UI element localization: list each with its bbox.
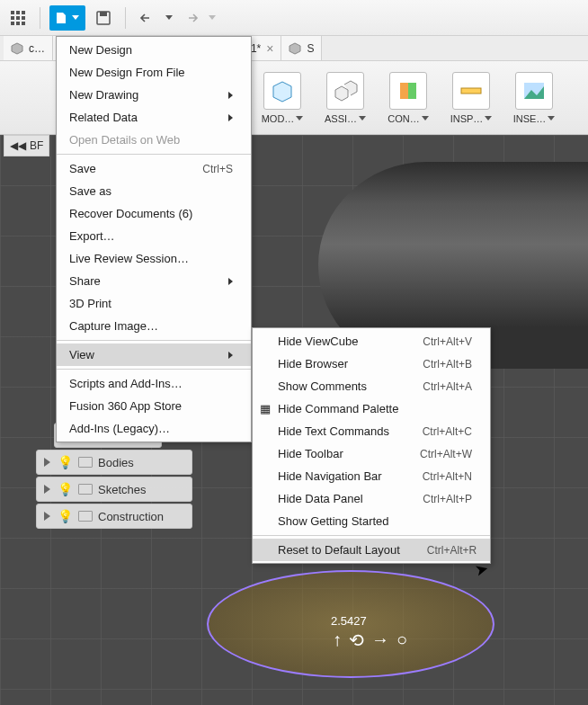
menu-item[interactable]: Share xyxy=(57,270,251,292)
menu-item-label: Export… xyxy=(69,229,115,243)
menu-item[interactable]: View xyxy=(57,344,251,366)
menu-item[interactable]: Hide BrowserCtrl+Alt+B xyxy=(253,352,490,375)
ribbon-label: INSP… xyxy=(450,113,484,124)
caret-down-icon xyxy=(359,116,366,120)
menu-item[interactable]: Related Data xyxy=(57,106,251,129)
menu-item[interactable]: Export… xyxy=(57,225,251,247)
svg-rect-0 xyxy=(11,11,14,14)
menu-item[interactable]: Recover Documents (6) xyxy=(57,202,251,225)
submenu-arrow-icon xyxy=(228,278,233,285)
redo-dropdown-icon[interactable] xyxy=(209,15,216,20)
menu-item-label: New Design From File xyxy=(69,66,185,79)
menu-item[interactable]: Capture Image… xyxy=(57,315,251,337)
redo-button[interactable] xyxy=(178,5,203,31)
ribbon-tool-model[interactable]: MOD… xyxy=(259,72,306,124)
browser-panel-header[interactable]: ◀◀ BF xyxy=(4,135,49,156)
menu-shortcut: Ctrl+Alt+C xyxy=(423,425,472,438)
document-tab[interactable]: S xyxy=(281,36,322,60)
menu-item-label: New Drawing xyxy=(69,88,138,102)
tree-node-construction[interactable]: 💡 Construction xyxy=(36,504,192,529)
menu-item[interactable]: New Design From File xyxy=(57,61,251,84)
lightbulb-icon[interactable]: 💡 xyxy=(58,509,73,523)
menu-shortcut: Ctrl+S xyxy=(202,163,233,175)
folder-icon xyxy=(78,511,93,522)
menu-item[interactable]: SaveCtrl+S xyxy=(57,157,251,180)
check-icon: ▦ xyxy=(258,402,272,415)
menu-item[interactable]: Hide ViewCubeCtrl+Alt+V xyxy=(253,330,490,352)
panel-icon xyxy=(389,72,427,110)
menu-item-label: New Design xyxy=(69,43,132,57)
handle-icon[interactable]: ○ xyxy=(396,629,407,651)
rotate-icon[interactable]: ⟲ xyxy=(349,629,364,651)
svg-rect-6 xyxy=(11,22,14,25)
menu-item[interactable]: Scripts and Add-Ins… xyxy=(57,372,251,395)
apps-grid-button[interactable] xyxy=(5,5,31,31)
collapse-icon[interactable]: ◀◀ xyxy=(10,139,26,152)
menu-item-label: Add-Ins (Legacy)… xyxy=(69,422,170,435)
svg-rect-7 xyxy=(16,22,20,25)
menu-item-label: Save as xyxy=(69,184,111,198)
menu-item[interactable]: Live Review Session… xyxy=(57,247,251,270)
menu-item-label: Hide Browser xyxy=(278,357,348,370)
tree-label: Sketches xyxy=(98,483,146,496)
menu-item[interactable]: Hide Data PanelCtrl+Alt+P xyxy=(253,487,490,510)
menu-item-label: Open Details on Web xyxy=(69,133,180,147)
menu-shortcut: Ctrl+Alt+N xyxy=(423,470,472,483)
ribbon-tool-insert[interactable]: INSE… xyxy=(511,72,557,124)
caret-down-icon xyxy=(485,116,492,120)
menu-item-label: Hide Navigation Bar xyxy=(278,469,382,483)
dimension-label[interactable]: 2.5427 xyxy=(331,614,367,628)
menu-shortcut: Ctrl+Alt+W xyxy=(420,448,472,460)
menu-item[interactable]: Add-Ins (Legacy)… xyxy=(57,417,251,440)
menu-item[interactable]: 3D Print xyxy=(57,292,251,315)
lightbulb-icon[interactable]: 💡 xyxy=(58,455,73,469)
tab-label: S xyxy=(307,42,314,55)
menu-item: Open Details on Web xyxy=(57,129,251,151)
tree-label: Construction xyxy=(98,510,164,523)
expand-icon[interactable] xyxy=(44,485,50,494)
menu-item[interactable]: Hide ToolbarCtrl+Alt+W xyxy=(253,442,490,465)
expand-icon[interactable] xyxy=(44,512,50,521)
menu-item-label: Hide ViewCube xyxy=(278,335,358,348)
menu-item-label: Live Review Session… xyxy=(69,252,189,265)
menu-item[interactable]: Reset to Default LayoutCtrl+Alt+R xyxy=(253,539,490,561)
lightbulb-icon[interactable]: 💡 xyxy=(58,482,73,496)
close-tab-button[interactable]: × xyxy=(266,41,273,56)
menu-item-label: Hide Text Commands xyxy=(278,424,389,438)
undo-button[interactable] xyxy=(135,5,160,31)
folder-icon xyxy=(78,457,93,468)
menu-item-label: Scripts and Add-Ins… xyxy=(69,377,183,390)
menu-item[interactable]: Save as xyxy=(57,180,251,202)
caret-down-icon xyxy=(296,116,303,120)
undo-dropdown-icon[interactable] xyxy=(165,15,173,20)
save-button[interactable] xyxy=(91,5,116,31)
submenu-arrow-icon xyxy=(228,92,233,99)
menu-item[interactable]: New Drawing xyxy=(57,84,251,106)
file-menu-button[interactable] xyxy=(49,5,85,31)
svg-rect-10 xyxy=(100,12,107,16)
ribbon-tool-assemble[interactable]: ASSI… xyxy=(322,72,369,124)
tree-node-bodies[interactable]: 💡 Bodies xyxy=(36,450,192,475)
menu-item[interactable]: Show CommentsCtrl+Alt+A xyxy=(253,375,490,397)
menu-item[interactable]: New Design xyxy=(57,39,251,61)
cube-icon xyxy=(289,42,301,55)
save-icon xyxy=(96,11,111,25)
menu-item-label: Show Getting Started xyxy=(278,514,389,528)
menu-item[interactable]: Show Getting Started xyxy=(253,510,490,532)
ribbon-tool-construct[interactable]: CON… xyxy=(385,72,432,124)
arrow-up-icon[interactable]: ↑ xyxy=(333,629,342,651)
tree-node-sketches[interactable]: 💡 Sketches xyxy=(36,477,192,502)
menu-separator xyxy=(57,340,251,341)
move-manipulator[interactable]: ↑ ⟲ → ○ xyxy=(333,629,407,651)
arrow-right-icon[interactable]: → xyxy=(371,629,389,651)
menu-item[interactable]: ▦Hide Command Palette xyxy=(253,397,490,420)
browser-title: BF xyxy=(30,139,43,152)
document-tab[interactable]: c… xyxy=(4,36,53,60)
menu-item[interactable]: Hide Navigation BarCtrl+Alt+N xyxy=(253,465,490,487)
menu-item[interactable]: Fusion 360 App Store xyxy=(57,395,251,417)
menu-item[interactable]: Hide Text CommandsCtrl+Alt+C xyxy=(253,420,490,442)
ribbon-label: MOD… xyxy=(262,113,295,124)
ribbon-tool-inspect[interactable]: INSP… xyxy=(448,72,494,124)
svg-rect-1 xyxy=(16,11,20,14)
expand-icon[interactable] xyxy=(44,458,50,467)
